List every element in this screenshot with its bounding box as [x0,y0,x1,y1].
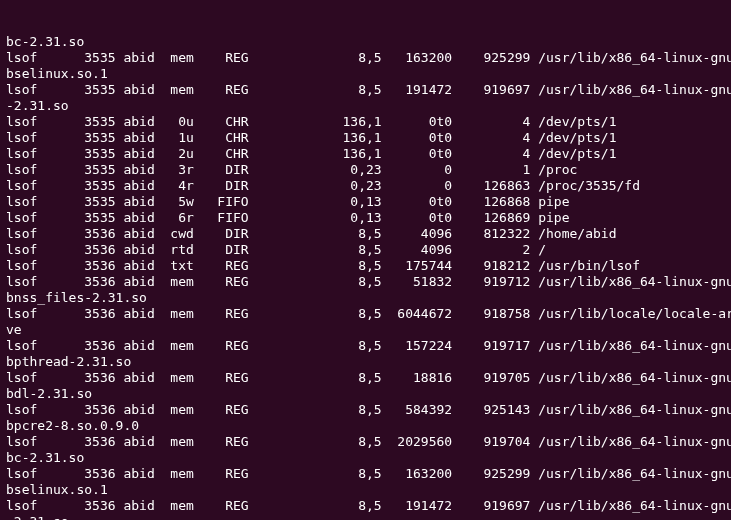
lsof-row: lsof 3535 abid 6r FIFO 0,13 0t0 126869 p… [6,210,727,226]
lsof-row: lsof 3535 abid 3r DIR 0,23 0 1 /proc [6,162,727,178]
lsof-row: lsof 3536 abid mem REG 8,5 18816 919705 … [6,370,727,386]
output-wrap-line: -2.31.so [6,98,727,114]
lsof-row: lsof 3536 abid cwd DIR 8,5 4096 812322 /… [6,226,727,242]
output-wrap-line: bpcre2-8.so.0.9.0 [6,418,727,434]
lsof-row: lsof 3536 abid mem REG 8,5 51832 919712 … [6,274,727,290]
lsof-row: lsof 3536 abid mem REG 8,5 157224 919717… [6,338,727,354]
lsof-row: lsof 3536 abid mem REG 8,5 6044672 91875… [6,306,727,322]
terminal-output[interactable]: bc-2.31.solsof 3535 abid mem REG 8,5 163… [0,0,731,520]
lsof-row: lsof 3536 abid mem REG 8,5 584392 925143… [6,402,727,418]
output-wrap-line: bselinux.so.1 [6,482,727,498]
output-wrap-line: -2.31.so [6,514,727,520]
lsof-row: lsof 3536 abid mem REG 8,5 191472 919697… [6,498,727,514]
lsof-row: lsof 3535 abid mem REG 8,5 163200 925299… [6,50,727,66]
lsof-row: lsof 3536 abid txt REG 8,5 175744 918212… [6,258,727,274]
output-wrap-line: bnss_files-2.31.so [6,290,727,306]
output-wrap-line: bselinux.so.1 [6,66,727,82]
lsof-row: lsof 3536 abid mem REG 8,5 163200 925299… [6,466,727,482]
lsof-row: lsof 3535 abid 5w FIFO 0,13 0t0 126868 p… [6,194,727,210]
output-wrap-line: ve [6,322,727,338]
output-wrap-line: bc-2.31.so [6,450,727,466]
lsof-row: lsof 3535 abid 0u CHR 136,1 0t0 4 /dev/p… [6,114,727,130]
lsof-row: lsof 3535 abid 4r DIR 0,23 0 126863 /pro… [6,178,727,194]
lsof-row: lsof 3535 abid mem REG 8,5 191472 919697… [6,82,727,98]
output-wrap-line: bdl-2.31.so [6,386,727,402]
lsof-row: lsof 3535 abid 1u CHR 136,1 0t0 4 /dev/p… [6,130,727,146]
lsof-row: lsof 3536 abid mem REG 8,5 2029560 91970… [6,434,727,450]
output-wrap-line: bpthread-2.31.so [6,354,727,370]
lsof-row: lsof 3536 abid rtd DIR 8,5 4096 2 / [6,242,727,258]
output-wrap-line: bc-2.31.so [6,34,727,50]
lsof-row: lsof 3535 abid 2u CHR 136,1 0t0 4 /dev/p… [6,146,727,162]
